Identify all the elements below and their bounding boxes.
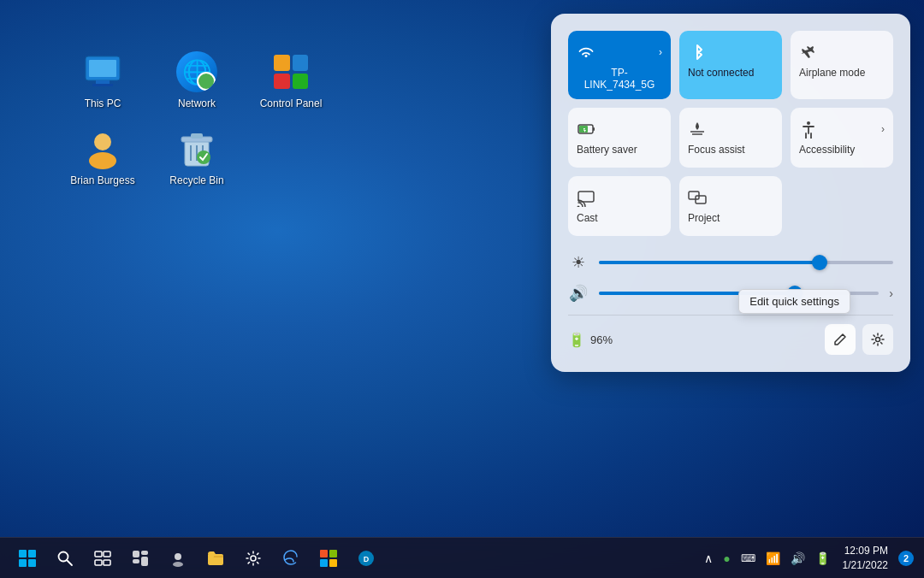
task-view-button[interactable]: [86, 541, 120, 575]
clock-time: 12:09 PM: [843, 544, 888, 558]
svg-rect-35: [141, 557, 148, 566]
wifi-chevron: ›: [659, 46, 662, 58]
brightness-icon: ☀: [568, 253, 589, 272]
airplane-mode-button[interactable]: Airplane mode: [791, 31, 893, 99]
airplane-mode-label: Airplane mode: [799, 67, 865, 79]
battery-percentage: 96%: [590, 333, 613, 346]
svg-rect-43: [320, 559, 328, 567]
svg-point-36: [175, 553, 181, 560]
svg-point-21: [876, 338, 880, 342]
svg-text:D: D: [364, 555, 370, 563]
search-button[interactable]: [48, 541, 82, 575]
brightness-thumb[interactable]: [812, 255, 827, 270]
desktop-icons-container: This PC 🌐 Network Control Panel: [68, 51, 325, 187]
desktop: This PC 🌐 Network Control Panel: [0, 0, 924, 578]
chat-button[interactable]: [161, 541, 195, 575]
store-button[interactable]: [311, 541, 346, 575]
desktop-icon-brian-burgess[interactable]: Brian Burgess: [68, 128, 137, 188]
desktop-icon-control-panel[interactable]: Control Panel: [257, 51, 325, 111]
clock-date: 1/21/2022: [843, 558, 888, 573]
svg-point-18: [578, 206, 580, 208]
dell-button[interactable]: D: [349, 541, 383, 575]
volume-slider[interactable]: [599, 292, 879, 295]
cast-button[interactable]: Cast: [568, 176, 671, 236]
notification-badge[interactable]: 2: [898, 551, 914, 566]
desktop-icon-row-1: This PC 🌐 Network Control Panel: [68, 51, 325, 111]
system-tray: ∧ ● ⌨ 📶 🔊 🔋: [702, 549, 832, 568]
settings-taskbar-button[interactable]: [236, 541, 270, 575]
brian-burgess-label: Brian Burgess: [70, 174, 134, 188]
svg-point-4: [94, 133, 111, 150]
desktop-icon-network[interactable]: 🌐 Network: [163, 51, 231, 111]
svg-rect-23: [28, 550, 36, 557]
this-pc-label: This PC: [85, 97, 121, 111]
desktop-icon-recycle-bin[interactable]: Recycle Bin: [163, 128, 231, 188]
accessibility-chevron: ›: [881, 123, 885, 135]
desktop-icon-row-2: Brian Burgess Recycle: [68, 128, 325, 188]
volume-thumb[interactable]: [787, 286, 803, 301]
cast-label: Cast: [577, 212, 598, 224]
user-icon: [82, 128, 123, 169]
taskbar-left: D: [10, 541, 383, 575]
panel-actions: Edit quick settings: [825, 324, 893, 355]
battery-saver-button[interactable]: Battery saver: [568, 108, 671, 168]
svg-point-5: [89, 152, 116, 169]
recycle-bin-label: Recycle Bin: [169, 174, 223, 188]
tray-chevron[interactable]: ∧: [702, 549, 715, 568]
file-explorer-button[interactable]: [198, 541, 233, 575]
volume-icon: 🔊: [568, 284, 589, 303]
svg-rect-42: [329, 550, 337, 557]
svg-rect-44: [329, 559, 337, 567]
svg-rect-3: [92, 84, 113, 86]
svg-rect-29: [104, 551, 110, 557]
svg-rect-14: [593, 127, 595, 131]
wifi-button[interactable]: › TP-LINK_7434_5G: [568, 31, 671, 99]
svg-rect-31: [104, 560, 110, 565]
tray-meet[interactable]: ●: [720, 549, 732, 568]
svg-rect-34: [133, 559, 139, 563]
edit-quick-settings-button[interactable]: Edit quick settings: [825, 324, 856, 355]
svg-rect-1: [89, 60, 116, 77]
bluetooth-button[interactable]: Not connected: [679, 31, 782, 99]
svg-rect-30: [95, 560, 102, 565]
accessibility-button[interactable]: › Accessibility: [791, 108, 893, 168]
focus-assist-button[interactable]: Focus assist: [679, 108, 782, 168]
svg-point-16: [807, 121, 810, 125]
control-panel-icon: [270, 51, 311, 92]
panel-bottom: 🔋 96% Edit quick settings: [568, 315, 893, 355]
quick-actions-grid: › TP-LINK_7434_5G Not connected: [568, 31, 893, 236]
widgets-button[interactable]: [123, 541, 157, 575]
svg-rect-41: [320, 550, 328, 557]
svg-rect-32: [133, 551, 139, 557]
tray-battery[interactable]: 🔋: [813, 549, 832, 568]
this-pc-icon: [82, 51, 123, 92]
network-label: Network: [178, 97, 216, 111]
accessibility-label: Accessibility: [799, 144, 855, 156]
desktop-icon-this-pc[interactable]: This PC: [68, 51, 137, 111]
brightness-fill: [599, 261, 820, 264]
edge-button[interactable]: [274, 541, 308, 575]
settings-button[interactable]: [862, 324, 893, 355]
svg-point-40: [251, 556, 256, 561]
svg-rect-22: [19, 550, 27, 557]
brightness-slider-row: ☀: [568, 253, 893, 272]
svg-rect-24: [19, 559, 27, 567]
svg-rect-25: [28, 559, 36, 567]
taskbar: D ∧ ● ⌨ 📶 🔊 🔋 12:09 PM 1/21/2022 2: [0, 537, 924, 578]
svg-rect-39: [208, 554, 214, 557]
system-clock[interactable]: 12:09 PM 1/21/2022: [838, 542, 893, 575]
focus-assist-label: Focus assist: [688, 144, 745, 156]
project-label: Project: [688, 212, 720, 224]
battery-info: 🔋 96%: [568, 332, 613, 348]
tray-keyboard[interactable]: ⌨: [738, 550, 758, 567]
wifi-label: TP-LINK_7434_5G: [577, 67, 662, 91]
brightness-slider[interactable]: [599, 261, 893, 264]
project-button[interactable]: Project: [679, 176, 782, 236]
tray-volume[interactable]: 🔊: [788, 549, 808, 568]
tray-wifi[interactable]: 📶: [763, 549, 783, 568]
svg-point-37: [173, 562, 183, 567]
volume-expand-icon[interactable]: ›: [889, 286, 893, 300]
start-button[interactable]: [10, 541, 44, 575]
quick-settings-panel: › TP-LINK_7434_5G Not connected: [551, 14, 910, 372]
taskbar-right: ∧ ● ⌨ 📶 🔊 🔋 12:09 PM 1/21/2022 2: [702, 542, 914, 575]
